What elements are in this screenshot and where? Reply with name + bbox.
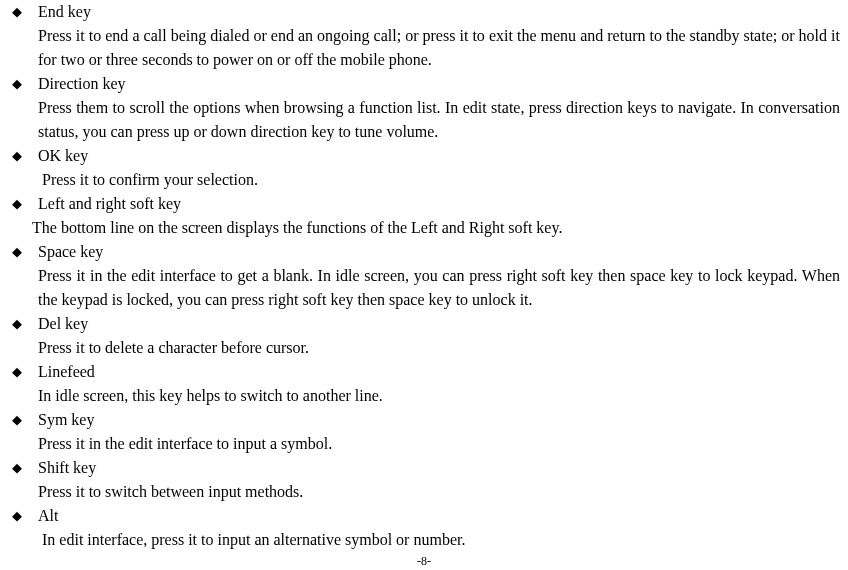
diamond-bullet-icon: ◆	[8, 504, 38, 528]
item-description: Press it in the edit interface to input …	[8, 432, 840, 456]
list-item: ◆Sym keyPress it in the edit interface t…	[8, 408, 840, 456]
bullet-line: ◆Linefeed	[8, 360, 840, 384]
list-item: ◆End keyPress it to end a call being dia…	[8, 0, 840, 72]
item-title: Sym key	[38, 408, 94, 432]
list-item: ◆AltIn edit interface, press it to input…	[8, 504, 840, 552]
list-item: ◆Shift keyPress it to switch between inp…	[8, 456, 840, 504]
bullet-line: ◆Alt	[8, 504, 840, 528]
item-description: The bottom line on the screen displays t…	[8, 216, 840, 240]
item-description: Press it to switch between input methods…	[8, 480, 840, 504]
item-title: Direction key	[38, 72, 126, 96]
document-content: ◆End keyPress it to end a call being dia…	[8, 0, 840, 552]
item-title: Shift key	[38, 456, 96, 480]
bullet-line: ◆Shift key	[8, 456, 840, 480]
item-title: Left and right soft key	[38, 192, 181, 216]
item-description: Press it to confirm your selection.	[8, 168, 840, 192]
item-title: Space key	[38, 240, 103, 264]
bullet-line: ◆Sym key	[8, 408, 840, 432]
bullet-line: ◆End key	[8, 0, 840, 24]
diamond-bullet-icon: ◆	[8, 312, 38, 336]
bullet-line: ◆Direction key	[8, 72, 840, 96]
diamond-bullet-icon: ◆	[8, 144, 38, 168]
diamond-bullet-icon: ◆	[8, 0, 38, 24]
diamond-bullet-icon: ◆	[8, 240, 38, 264]
bullet-line: ◆Left and right soft key	[8, 192, 840, 216]
item-title: Del key	[38, 312, 88, 336]
item-title: End key	[38, 0, 91, 24]
item-description: In edit interface, press it to input an …	[8, 528, 840, 552]
item-description: Press it to delete a character before cu…	[8, 336, 840, 360]
list-item: ◆OK keyPress it to confirm your selectio…	[8, 144, 840, 192]
bullet-line: ◆Del key	[8, 312, 840, 336]
list-item: ◆Space keyPress it in the edit interface…	[8, 240, 840, 312]
item-title: Alt	[38, 504, 58, 528]
bullet-line: ◆OK key	[8, 144, 840, 168]
diamond-bullet-icon: ◆	[8, 456, 38, 480]
item-description: Press it to end a call being dialed or e…	[8, 24, 840, 72]
item-description: In idle screen, this key helps to switch…	[8, 384, 840, 408]
diamond-bullet-icon: ◆	[8, 72, 38, 96]
diamond-bullet-icon: ◆	[8, 192, 38, 216]
diamond-bullet-icon: ◆	[8, 408, 38, 432]
page-number: -8-	[8, 554, 840, 569]
bullet-line: ◆Space key	[8, 240, 840, 264]
list-item: ◆LinefeedIn idle screen, this key helps …	[8, 360, 840, 408]
list-item: ◆Del keyPress it to delete a character b…	[8, 312, 840, 360]
item-description: Press them to scroll the options when br…	[8, 96, 840, 144]
item-title: OK key	[38, 144, 88, 168]
item-description: Press it in the edit interface to get a …	[8, 264, 840, 312]
list-item: ◆Direction keyPress them to scroll the o…	[8, 72, 840, 144]
item-title: Linefeed	[38, 360, 95, 384]
list-item: ◆Left and right soft keyThe bottom line …	[8, 192, 840, 240]
diamond-bullet-icon: ◆	[8, 360, 38, 384]
